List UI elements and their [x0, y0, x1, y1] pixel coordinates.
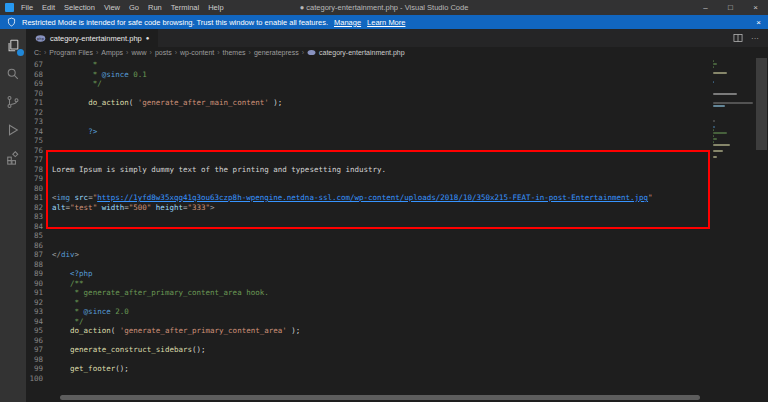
- breadcrumb-separator: ›: [249, 49, 251, 56]
- close-button[interactable]: ×: [743, 0, 768, 15]
- line-number: 100: [26, 374, 52, 384]
- search-icon[interactable]: [5, 66, 21, 82]
- menu-terminal[interactable]: Terminal: [171, 3, 199, 12]
- code-line[interactable]: 83: [26, 212, 768, 222]
- minimap-line: [713, 63, 717, 65]
- code-line[interactable]: 91 * generate_after_primary_content_area…: [26, 288, 768, 298]
- line-number: 86: [26, 241, 52, 251]
- tab-modified-dot[interactable]: ●: [146, 35, 150, 41]
- banner-message: Restricted Mode is intended for safe cod…: [22, 18, 328, 27]
- breadcrumb-item[interactable]: C:: [34, 49, 41, 56]
- breadcrumb-item-file[interactable]: category-entertainment.php: [307, 48, 405, 57]
- code-line[interactable]: 74 ?>: [26, 127, 768, 137]
- code-line[interactable]: 73: [26, 117, 768, 127]
- main-area: php category-entertainment.php ● ··· C: …: [0, 29, 768, 402]
- minimap[interactable]: [711, 60, 755, 402]
- menu-help[interactable]: Help: [208, 3, 223, 12]
- code-line[interactable]: 94 */: [26, 317, 768, 327]
- code-line[interactable]: 88: [26, 260, 768, 270]
- menu-selection[interactable]: Selection: [64, 3, 95, 12]
- line-number: 84: [26, 222, 52, 232]
- minimize-button[interactable]: –: [693, 0, 718, 15]
- breadcrumb-item[interactable]: Program Files: [49, 49, 93, 56]
- menu-run[interactable]: Run: [148, 3, 162, 12]
- minimap-line: [713, 66, 714, 68]
- code-line[interactable]: 100: [26, 374, 768, 384]
- vertical-scrollbar[interactable]: [755, 58, 768, 402]
- code-line[interactable]: 90 /**: [26, 279, 768, 289]
- code-line[interactable]: 82alt="test" width="500" height="333">: [26, 203, 768, 213]
- line-number: 89: [26, 269, 52, 279]
- code-line[interactable]: 97 generate_construct_sidebars();: [26, 345, 768, 355]
- maximize-button[interactable]: □: [718, 0, 743, 15]
- code-line[interactable]: 68 * @since 0.1: [26, 70, 768, 80]
- code-line[interactable]: 85: [26, 231, 768, 241]
- code-line[interactable]: 79: [26, 174, 768, 184]
- breadcrumb-separator: ›: [302, 49, 304, 56]
- code-line[interactable]: 72: [26, 108, 768, 118]
- code-line[interactable]: 84: [26, 222, 768, 232]
- banner-close-icon[interactable]: ×: [756, 18, 761, 27]
- code-line[interactable]: 69 */: [26, 79, 768, 89]
- menu-file[interactable]: File: [21, 3, 33, 12]
- minimap-line: [713, 132, 727, 134]
- code-line[interactable]: 95 do_action( 'generate_after_primary_co…: [26, 326, 768, 336]
- tab-category-entertainment[interactable]: php category-entertainment.php ●: [26, 29, 158, 47]
- code-text: <img src="https://1yfd8w35xqq41q3ou63czp…: [52, 193, 653, 203]
- code-text: get_footer();: [52, 364, 129, 374]
- code-line[interactable]: 86: [26, 241, 768, 251]
- code-line[interactable]: 89 <?php: [26, 269, 768, 279]
- learn-more-link[interactable]: Learn More: [367, 18, 405, 27]
- breadcrumb-item[interactable]: posts: [155, 49, 172, 56]
- explorer-badge: [17, 49, 24, 56]
- line-number: 85: [26, 231, 52, 241]
- code-line[interactable]: 71 do_action( 'generate_after_main_conte…: [26, 98, 768, 108]
- manage-link[interactable]: Manage: [334, 18, 361, 27]
- code-line[interactable]: 87</div>: [26, 250, 768, 260]
- code-line[interactable]: 78Lorem Ipsum is simply dummy text of th…: [26, 165, 768, 175]
- window-controls: – □ ×: [693, 0, 768, 15]
- breadcrumb-item[interactable]: Ampps: [101, 49, 123, 56]
- code-line[interactable]: 67 *: [26, 60, 768, 70]
- code-line[interactable]: 92 *: [26, 298, 768, 308]
- code-line[interactable]: 96: [26, 336, 768, 346]
- split-editor-icon[interactable]: [733, 33, 743, 43]
- code-line[interactable]: 76: [26, 146, 768, 156]
- line-number: 97: [26, 345, 52, 355]
- code-line[interactable]: 75: [26, 136, 768, 146]
- breadcrumb-item[interactable]: wp-content: [180, 49, 214, 56]
- line-number: 88: [26, 260, 52, 270]
- line-number: 92: [26, 298, 52, 308]
- code-line[interactable]: 99 get_footer();: [26, 364, 768, 374]
- code-line[interactable]: 70: [26, 89, 768, 99]
- code-text: * @since 0.1: [52, 70, 147, 80]
- scrollbar-thumb[interactable]: [756, 58, 767, 150]
- run-debug-icon[interactable]: [5, 122, 21, 138]
- code-line[interactable]: 98: [26, 355, 768, 365]
- line-number: 98: [26, 355, 52, 365]
- restricted-mode-banner: Restricted Mode is intended for safe cod…: [0, 15, 768, 29]
- code-line[interactable]: 80: [26, 184, 768, 194]
- code-line[interactable]: 81<img src="https://1yfd8w35xqq41q3ou63c…: [26, 193, 768, 203]
- source-control-icon[interactable]: [5, 94, 21, 110]
- breadcrumb-item[interactable]: www: [131, 49, 146, 56]
- menu-go[interactable]: Go: [129, 3, 139, 12]
- window-title: ● category-entertainment.php - Visual St…: [300, 3, 469, 12]
- explorer-icon[interactable]: [5, 38, 21, 54]
- horizontal-scrollbar[interactable]: [60, 395, 700, 400]
- menu-edit[interactable]: Edit: [42, 3, 55, 12]
- breadcrumb-item[interactable]: generatepress: [254, 49, 299, 56]
- minimap-line: [713, 120, 715, 122]
- shield-icon: [7, 17, 16, 27]
- breadcrumb-file-label: category-entertainment.php: [319, 49, 405, 56]
- menu-view[interactable]: View: [104, 3, 120, 12]
- code-text: * @since 2.0: [52, 307, 129, 317]
- code-text: do_action( 'generate_after_main_content'…: [52, 98, 282, 108]
- code-editor[interactable]: 67 *68 * @since 0.169 */7071 do_action( …: [26, 58, 768, 402]
- breadcrumb-item[interactable]: themes: [223, 49, 246, 56]
- code-line[interactable]: 93 * @since 2.0: [26, 307, 768, 317]
- code-line[interactable]: 77: [26, 155, 768, 165]
- breadcrumb-separator: ›: [217, 49, 219, 56]
- more-actions-icon[interactable]: ···: [751, 34, 759, 43]
- extensions-icon[interactable]: [5, 150, 21, 166]
